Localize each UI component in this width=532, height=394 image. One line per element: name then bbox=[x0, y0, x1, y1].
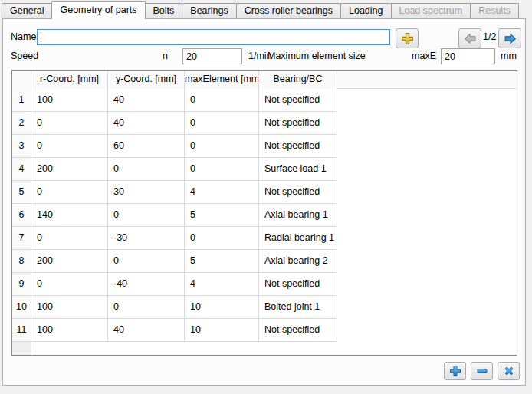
cell-max-element[interactable]: 0 bbox=[185, 158, 259, 181]
cell-row-number: 11 bbox=[12, 319, 31, 342]
cell-r-coord[interactable]: 0 bbox=[31, 273, 108, 296]
prev-page-button[interactable] bbox=[458, 28, 481, 48]
cell-max-element[interactable]: 5 bbox=[185, 204, 259, 227]
table-row: 8 200 0 5 Axial bearing 2 bbox=[12, 250, 517, 273]
cell-row-number: 9 bbox=[12, 273, 31, 296]
cell-bearing-bc[interactable]: Not specified bbox=[259, 181, 337, 204]
cell-y-coord[interactable]: 0 bbox=[108, 296, 185, 319]
tab-pane: Name bbox=[2, 18, 526, 386]
plus-icon bbox=[401, 32, 414, 45]
tab-results: Results bbox=[470, 3, 519, 18]
cell-r-coord[interactable]: 100 bbox=[31, 89, 108, 112]
table-row: 11 100 40 10 Not specified bbox=[12, 319, 517, 342]
column-header: y-Coord. [mm] bbox=[108, 71, 185, 89]
cell-row-number: 1 bbox=[12, 89, 31, 112]
tab-bar: GeneralGeometry of partsBoltsBearingsCro… bbox=[2, 0, 518, 19]
cell-max-element[interactable]: 0 bbox=[185, 135, 259, 158]
speed-input[interactable] bbox=[182, 48, 242, 64]
table-row: 3 0 60 0 Not specified bbox=[12, 135, 517, 158]
cell-bearing-bc[interactable]: Not specified bbox=[259, 135, 337, 158]
next-page-button[interactable] bbox=[498, 28, 521, 48]
page-indicator: 1/2 bbox=[483, 31, 496, 43]
table-body: 1 100 40 0 Not specified 2 0 40 0 Not sp… bbox=[12, 89, 517, 342]
speed-label: Speed bbox=[11, 50, 38, 62]
cell-max-element[interactable]: 0 bbox=[185, 227, 259, 250]
cell-max-element[interactable]: 5 bbox=[185, 250, 259, 273]
max-element-symbol: maxE bbox=[402, 50, 436, 62]
cell-max-element[interactable]: 10 bbox=[185, 296, 259, 319]
cell-row-number: 3 bbox=[12, 135, 31, 158]
tab-cross-roller-bearings[interactable]: Cross roller bearings bbox=[236, 3, 341, 18]
cell-bearing-bc[interactable]: Surface load 1 bbox=[259, 158, 337, 181]
cell-y-coord[interactable]: -40 bbox=[108, 273, 185, 296]
cell-y-coord[interactable]: 40 bbox=[108, 89, 185, 112]
table-row: 7 0 -30 0 Radial bearing 1 bbox=[12, 227, 517, 250]
remove-row-button[interactable] bbox=[471, 362, 493, 380]
minus-icon bbox=[476, 365, 488, 377]
cell-max-element[interactable]: 4 bbox=[185, 273, 259, 296]
clear-rows-button[interactable] bbox=[498, 362, 520, 380]
column-header: maxElement [mm] bbox=[185, 71, 259, 89]
gutter-tail bbox=[12, 342, 31, 355]
add-name-button[interactable] bbox=[396, 28, 419, 48]
cell-bearing-bc[interactable]: Not specified bbox=[259, 319, 337, 342]
cell-y-coord[interactable]: 0 bbox=[108, 158, 185, 181]
cell-r-coord[interactable]: 0 bbox=[31, 181, 108, 204]
cell-row-number: 10 bbox=[12, 296, 31, 319]
cell-y-coord[interactable]: 0 bbox=[108, 204, 185, 227]
cell-max-element[interactable]: 10 bbox=[185, 319, 259, 342]
name-label: Name bbox=[11, 31, 36, 43]
cell-r-coord[interactable]: 0 bbox=[31, 112, 108, 135]
tab-load-spectrum: Load spectrum bbox=[391, 3, 471, 18]
cell-row-number: 2 bbox=[12, 112, 31, 135]
cell-y-coord[interactable]: 60 bbox=[108, 135, 185, 158]
cell-row-number: 6 bbox=[12, 204, 31, 227]
tab-geometry-of-parts[interactable]: Geometry of parts bbox=[51, 1, 145, 19]
table-row: 4 200 0 0 Surface load 1 bbox=[12, 158, 517, 181]
tab-bolts[interactable]: Bolts bbox=[145, 3, 183, 18]
cell-row-number: 8 bbox=[12, 250, 31, 273]
header-row-number bbox=[12, 71, 31, 89]
max-element-unit: mm bbox=[501, 50, 517, 62]
cell-r-coord[interactable]: 0 bbox=[31, 135, 108, 158]
cell-y-coord[interactable]: -30 bbox=[108, 227, 185, 250]
column-header: r-Coord. [mm] bbox=[31, 71, 108, 89]
cell-bearing-bc[interactable]: Axial bearing 1 bbox=[259, 204, 337, 227]
cell-y-coord[interactable]: 40 bbox=[108, 112, 185, 135]
name-input[interactable] bbox=[37, 29, 390, 45]
tab-bearings[interactable]: Bearings bbox=[182, 3, 236, 18]
column-header: Bearing/BC bbox=[259, 71, 337, 89]
cell-bearing-bc[interactable]: Not specified bbox=[259, 89, 337, 112]
text-cursor bbox=[41, 32, 41, 42]
cell-bearing-bc[interactable]: Not specified bbox=[259, 273, 337, 296]
cell-r-coord[interactable]: 0 bbox=[31, 227, 108, 250]
application-window: GeneralGeometry of partsBoltsBearingsCro… bbox=[0, 0, 532, 394]
tab-loading[interactable]: Loading bbox=[340, 3, 392, 18]
cell-bearing-bc[interactable]: Axial bearing 2 bbox=[259, 250, 337, 273]
cell-y-coord[interactable]: 0 bbox=[108, 250, 185, 273]
cell-r-coord[interactable]: 100 bbox=[31, 296, 108, 319]
cell-bearing-bc[interactable]: Bolted joint 1 bbox=[259, 296, 337, 319]
speed-symbol: n bbox=[153, 50, 168, 62]
cell-max-element[interactable]: 0 bbox=[185, 112, 259, 135]
cell-row-number: 4 bbox=[12, 158, 31, 181]
cell-r-coord[interactable]: 200 bbox=[31, 250, 108, 273]
arrow-left-icon bbox=[464, 32, 477, 45]
cell-bearing-bc[interactable]: Radial bearing 1 bbox=[259, 227, 337, 250]
cell-bearing-bc[interactable]: Not specified bbox=[259, 112, 337, 135]
cell-max-element[interactable]: 4 bbox=[185, 181, 259, 204]
cell-r-coord[interactable]: 100 bbox=[31, 319, 108, 342]
cell-y-coord[interactable]: 40 bbox=[108, 319, 185, 342]
table-row: 2 0 40 0 Not specified bbox=[12, 112, 517, 135]
arrow-right-icon bbox=[504, 32, 517, 45]
cell-max-element[interactable]: 0 bbox=[185, 89, 259, 112]
cell-r-coord[interactable]: 200 bbox=[31, 158, 108, 181]
add-row-button[interactable] bbox=[444, 362, 466, 380]
table-row: 1 100 40 0 Not specified bbox=[12, 89, 517, 112]
max-element-size-input[interactable] bbox=[441, 48, 495, 64]
cell-row-number: 5 bbox=[12, 181, 31, 204]
cell-r-coord[interactable]: 140 bbox=[31, 204, 108, 227]
tab-general[interactable]: General bbox=[2, 3, 52, 18]
cell-y-coord[interactable]: 30 bbox=[108, 181, 185, 204]
table-row: 6 140 0 5 Axial bearing 1 bbox=[12, 204, 517, 227]
